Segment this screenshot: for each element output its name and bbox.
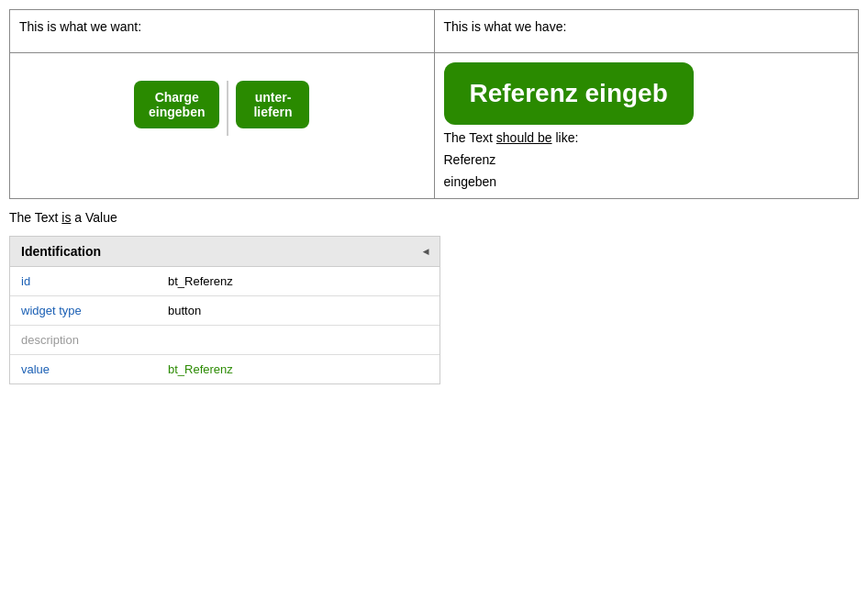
left-header-text: This is what we want: [19,19,141,34]
props-key-id: id [10,267,157,295]
left-cell: Charge eingeben unter- liefern [19,62,425,154]
comparison-table: This is what we want: This is what we ha… [9,9,859,199]
properties-table: Identification ◂ id bt_Referenz widget t… [9,236,440,384]
below-text: The Text is a Value [9,210,859,225]
left-header: This is what we want: [19,19,425,34]
right-cell: Referenz eingeb The Text should be like:… [444,62,850,189]
props-header-label: Identification [21,244,101,259]
props-row-widget-type: widget type button [10,296,440,326]
right-header: This is what we have: [444,19,850,34]
props-header: Identification ◂ [10,237,440,267]
big-button-container: Referenz eingeb [444,62,756,125]
text-line-2: eingeben [444,174,850,189]
props-value-description [157,326,440,354]
referenz-button[interactable]: Referenz eingeb [444,62,694,125]
separator [227,81,228,136]
unter-liefern-button[interactable]: unter- liefern [236,81,309,128]
props-row-description: description [10,326,440,355]
text-line-1: Referenz [444,152,850,167]
props-row-value: value bt_Referenz [10,355,440,383]
right-header-text: This is what we have: [444,19,567,34]
collapse-icon[interactable]: ◂ [423,245,428,258]
props-value-value: bt_Referenz [157,355,440,383]
props-key-description: description [10,326,157,354]
props-row-id: id bt_Referenz [10,267,440,296]
text-description: The Text should be like: [444,130,850,145]
props-key-widget-type: widget type [10,296,157,325]
props-value-id: bt_Referenz [157,267,440,295]
charge-eingeben-button[interactable]: Charge eingeben [134,81,219,128]
props-key-value: value [10,355,157,383]
clip-overlay [738,62,756,125]
props-value-widget-type: button [157,296,440,325]
